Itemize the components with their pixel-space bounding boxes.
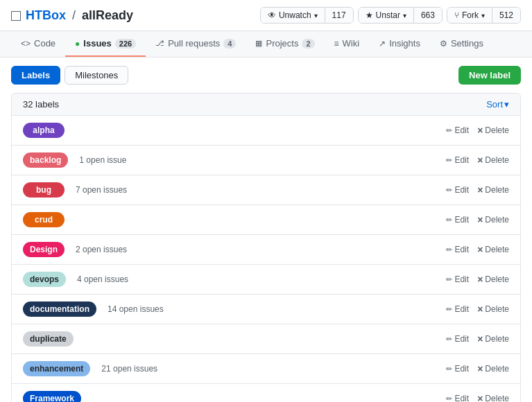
label-open-issues: 14 open issues (108, 304, 446, 314)
delete-label: Delete (485, 155, 509, 165)
label-actions: Edit Delete (446, 125, 509, 136)
label-open-issues: 7 open issues (76, 185, 446, 195)
issues-badge: 226 (115, 39, 136, 49)
label-row: duplicate Edit Delete (12, 324, 520, 354)
milestones-button[interactable]: Milestones (65, 66, 128, 85)
pencil-icon (446, 394, 452, 402)
delete-label: Delete (485, 215, 509, 225)
edit-label-button[interactable]: Edit (446, 185, 469, 195)
star-icon: ★ (366, 10, 373, 20)
delete-label-button[interactable]: Delete (477, 214, 509, 225)
pencil-icon (446, 364, 452, 374)
labels-count: 32 labels (23, 99, 59, 110)
labels-header: 32 labels Sort ▾ (12, 94, 520, 116)
repo-header: HTBox / allReady 👁 Unwatch ▾ 117 ★ Unsta… (0, 0, 532, 31)
sort-button[interactable]: Sort ▾ (486, 99, 509, 110)
label-badge[interactable]: devops (23, 272, 66, 287)
label-row: bug 7 open issues Edit Delete (12, 175, 520, 205)
settings-icon: ⚙ (440, 39, 447, 49)
label-actions: Edit Delete (446, 393, 509, 402)
delete-label-button[interactable]: Delete (477, 244, 509, 255)
edit-label-button[interactable]: Edit (446, 304, 469, 314)
x-icon (477, 393, 483, 402)
edit-label: Edit (454, 125, 469, 135)
label-actions: Edit Delete (446, 184, 509, 195)
tab-wiki[interactable]: ≡ Wiki (325, 31, 370, 57)
label-actions: Edit Delete (446, 244, 509, 255)
delete-label-button[interactable]: Delete (477, 333, 509, 344)
delete-label-button[interactable]: Delete (477, 155, 509, 166)
edit-label-button[interactable]: Edit (446, 364, 469, 374)
edit-label-button[interactable]: Edit (446, 125, 469, 135)
label-badge[interactable]: backlog (23, 152, 68, 168)
x-icon (477, 363, 483, 374)
label-actions: Edit Delete (446, 155, 509, 166)
tab-insights[interactable]: ↗ Insights (369, 31, 430, 57)
delete-label-button[interactable]: Delete (477, 274, 509, 285)
tab-issues[interactable]: ● Issues 226 (65, 31, 146, 57)
edit-label-button[interactable]: Edit (446, 334, 469, 344)
star-button-group: ★ Unstar ▾ 663 (358, 7, 443, 24)
label-open-issues: 21 open issues (101, 364, 446, 374)
label-row: alpha Edit Delete (12, 116, 520, 146)
delete-label: Delete (485, 125, 509, 135)
label-badge[interactable]: documentation (23, 302, 96, 317)
watch-button[interactable]: 👁 Unwatch ▾ (261, 8, 325, 23)
label-row: documentation 14 open issues Edit Delete (12, 295, 520, 324)
repo-title: HTBox / allReady (11, 8, 133, 23)
repo-link[interactable]: allReady (82, 8, 133, 22)
projects-badge: 2 (302, 39, 314, 49)
tab-projects[interactable]: ▦ Projects 2 (246, 31, 324, 57)
label-badge[interactable]: enhancement (23, 361, 90, 376)
watch-button-group: 👁 Unwatch ▾ 117 (260, 7, 354, 24)
chevron-down-icon-fork: ▾ (481, 12, 485, 19)
star-count[interactable]: 663 (414, 8, 442, 23)
label-badge[interactable]: bug (23, 182, 65, 198)
pencil-icon (446, 215, 452, 225)
edit-label-button[interactable]: Edit (446, 394, 469, 402)
sub-toolbar-left: Labels Milestones (11, 66, 128, 85)
issue-icon: ● (75, 39, 80, 49)
org-link[interactable]: HTBox (26, 8, 66, 22)
delete-label-button[interactable]: Delete (477, 125, 509, 136)
wiki-icon: ≡ (334, 39, 339, 49)
edit-label: Edit (454, 394, 469, 402)
labels-list-body: alpha Edit Delete backlog 1 open issue E… (12, 116, 520, 402)
nav-tabs: <> Code ● Issues 226 ⎇ Pull requests 4 ▦… (0, 31, 532, 58)
delete-label-button[interactable]: Delete (477, 363, 509, 374)
delete-label-button[interactable]: Delete (477, 393, 509, 402)
fork-label: Fork (462, 10, 479, 20)
label-badge[interactable]: Framework (23, 391, 81, 402)
watch-count[interactable]: 117 (325, 8, 353, 23)
fork-count[interactable]: 512 (492, 8, 520, 23)
edit-label-button[interactable]: Edit (446, 245, 469, 254)
tab-code[interactable]: <> Code (11, 31, 65, 57)
label-row: enhancement 21 open issues Edit Delete (12, 354, 520, 384)
edit-label-button[interactable]: Edit (446, 215, 469, 225)
label-badge[interactable]: alpha (23, 123, 65, 138)
edit-label: Edit (454, 215, 469, 225)
label-open-issues: 4 open issues (77, 274, 446, 284)
label-badge[interactable]: Design (23, 242, 65, 257)
label-badge[interactable]: crud (23, 212, 65, 227)
edit-label: Edit (454, 304, 469, 314)
star-button[interactable]: ★ Unstar ▾ (359, 8, 414, 23)
pencil-icon (446, 274, 452, 284)
label-actions: Edit Delete (446, 304, 509, 315)
delete-label: Delete (485, 304, 509, 314)
delete-label-button[interactable]: Delete (477, 304, 509, 315)
edit-label-button[interactable]: Edit (446, 155, 469, 165)
label-badge[interactable]: duplicate (23, 331, 74, 347)
tab-pr-label: Pull requests (168, 38, 220, 49)
new-label-button[interactable]: New label (458, 66, 521, 85)
labels-button[interactable]: Labels (11, 66, 60, 85)
edit-label-button[interactable]: Edit (446, 274, 469, 284)
x-icon (477, 274, 483, 285)
delete-label-button[interactable]: Delete (477, 184, 509, 195)
tab-pull-requests[interactable]: ⎇ Pull requests 4 (146, 31, 246, 57)
fork-button[interactable]: ⑂ Fork ▾ (447, 8, 492, 23)
edit-label: Edit (454, 155, 469, 165)
delete-label: Delete (485, 185, 509, 195)
x-icon (477, 155, 483, 166)
tab-settings[interactable]: ⚙ Settings (430, 31, 493, 57)
